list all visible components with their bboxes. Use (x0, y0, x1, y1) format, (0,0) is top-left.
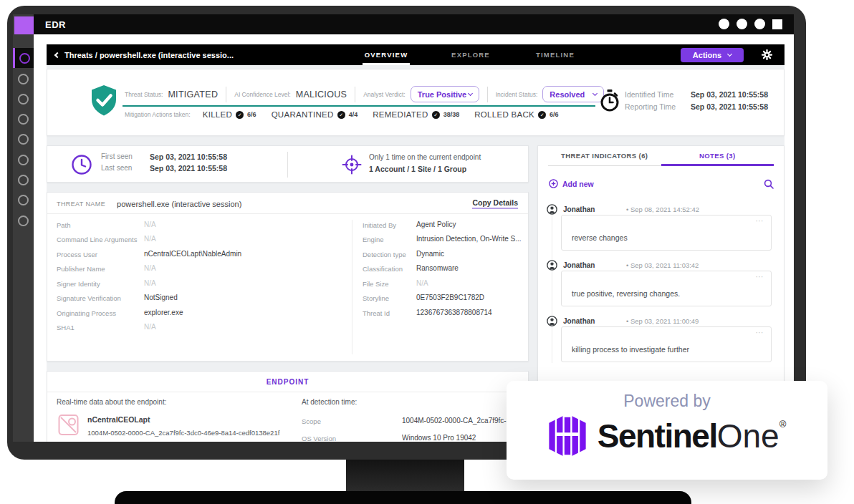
breadcrumb-label: Threats / powershell.exe (interactive se… (64, 51, 234, 59)
note-author: Jonathan (563, 205, 608, 213)
analyst-verdict-label: Analyst Verdict: (363, 91, 406, 98)
brand-row: SentinelOne® (507, 414, 827, 458)
note-item: ⋯ true positive, reversing changes. (561, 271, 772, 306)
incident-status-dropdown[interactable]: Resolved (542, 86, 604, 102)
sidebar-item[interactable] (13, 89, 34, 109)
note-author: Jonathan (563, 261, 608, 269)
back-chevron-icon (54, 52, 60, 58)
detail-label: Publisher Name (57, 265, 105, 273)
app-circle-icon (18, 215, 29, 226)
tab-notes[interactable]: NOTES (3) (661, 146, 774, 166)
mitigation-killed: KILLED ✓ 6/6 (203, 110, 256, 119)
analyst-verdict-value: True Positive (418, 90, 466, 99)
check-icon: ✓ (337, 111, 345, 119)
note-menu-icon[interactable]: ⋯ (756, 328, 765, 337)
os-label: OS Version (302, 435, 336, 442)
tab-timeline[interactable]: TIMELINE (513, 44, 598, 65)
divider (355, 87, 355, 102)
incident-status: Incident Status: Resolved (496, 86, 605, 102)
seen-card: First seen Sep 03, 2021 10:55:58 Last se… (47, 145, 529, 183)
window-controls (719, 19, 782, 29)
threat-name-value: powershell.exe (interactive session) (117, 200, 241, 208)
last-seen-label: Last seen (101, 164, 143, 173)
scope-summary: 1 Account / 1 Site / 1 Group (369, 165, 466, 173)
threat-status: Threat Status: MITIGATED (125, 89, 218, 100)
divider (47, 392, 528, 392)
note-header: Jonathan • Sep 08, 2021 14:52:42 (547, 204, 699, 215)
endpoint-id: 1004M-0502-0000-CA_2ca7f9fc-3dc0-46e9-8a… (87, 429, 279, 437)
mitigation-quarantined: QUARANTINED ✓ 4/4 (272, 110, 358, 119)
crosshair-icon (342, 154, 362, 178)
os-sidebar (13, 14, 34, 442)
note-menu-icon[interactable]: ⋯ (756, 272, 765, 281)
app-circle-icon (19, 53, 30, 64)
detail-value: N/A (416, 279, 428, 287)
first-seen-label: First seen (101, 152, 143, 161)
detail-value: Dynamic (416, 250, 444, 258)
divider (487, 87, 488, 102)
detection-times: Identified Time Sep 03, 2021 10:55:58 Re… (625, 90, 768, 111)
detail-label: Path (57, 221, 71, 229)
copy-details-link[interactable]: Copy Details (472, 198, 518, 209)
breadcrumb[interactable]: Threats / powershell.exe (interactive se… (55, 44, 234, 65)
status-row: Threat Status: MITIGATED AI Confidence L… (125, 86, 604, 102)
sidebar-item[interactable] (13, 129, 34, 149)
identified-time-value: Sep 03, 2021 10:55:58 (691, 90, 768, 99)
window-control-icon[interactable] (754, 19, 765, 29)
detail-label: Signature Verification (57, 294, 121, 302)
detail-label: Process User (57, 251, 97, 258)
detail-value: 0E7503F2B9C1782D (416, 294, 484, 301)
window-control-icon[interactable] (719, 19, 729, 29)
sidebar-item[interactable] (13, 190, 34, 210)
sidebar-item[interactable] (13, 170, 34, 190)
sidebar-item-active[interactable] (13, 48, 34, 68)
bullet-icon: • (626, 317, 628, 325)
threat-name-label: THREAT NAME (57, 200, 105, 208)
note-menu-icon[interactable]: ⋯ (756, 216, 765, 226)
actions-button[interactable]: Actions (681, 48, 744, 62)
detection-time-label: At detection time: (302, 398, 357, 406)
bullet-icon: • (626, 261, 628, 269)
endpoint-name: nCentralCEOLapt (87, 415, 150, 424)
add-new-button[interactable]: Add new (549, 179, 594, 188)
tab-threat-indicators[interactable]: THREAT INDICATORS (6) (548, 146, 661, 166)
endpoint-card: ENDPOINT Real-time data about the endpoi… (47, 371, 529, 442)
sidebar-item[interactable] (13, 210, 34, 231)
app-circle-icon (18, 94, 29, 105)
clock-icon (71, 154, 92, 178)
sidebar-logo[interactable] (14, 16, 34, 34)
first-seen-value: Sep 03, 2021 10:55:58 (150, 152, 227, 161)
reporting-time-label: Reporting Time (625, 102, 682, 111)
app-circle-icon (18, 195, 29, 205)
titlebar: EDR (34, 14, 794, 34)
add-icon (549, 179, 558, 188)
note-author: Jonathan (563, 317, 608, 325)
sidebar-item[interactable] (13, 150, 34, 170)
check-icon: ✓ (432, 111, 440, 119)
gear-icon[interactable] (762, 49, 772, 63)
tab-explore[interactable]: EXPLORE (428, 44, 513, 65)
seen-times: First seen Sep 03, 2021 10:55:58 Last se… (101, 152, 227, 173)
ai-confidence-value: MALICIOUS (296, 89, 347, 100)
window-maximize-icon[interactable] (772, 19, 782, 29)
window-control-icon[interactable] (737, 19, 747, 29)
detail-value: N/A (144, 235, 156, 243)
sidebar-item[interactable] (13, 109, 34, 129)
note-header: Jonathan • Sep 03, 2021 11:00:49 (547, 316, 699, 326)
check-icon: ✓ (538, 111, 546, 119)
chevron-down-icon (592, 90, 598, 95)
analyst-verdict-dropdown[interactable]: True Positive (411, 86, 479, 102)
analyst-verdict: Analyst Verdict: True Positive (363, 86, 479, 102)
monitor-stand-base (115, 491, 691, 504)
search-icon[interactable] (764, 179, 774, 192)
sidebar-item[interactable] (13, 69, 34, 89)
detail-value: Intrusion Detection, On-Write S... (416, 235, 522, 243)
detail-value: Ransomware (416, 264, 459, 272)
mitigated-shield-icon (89, 84, 119, 122)
notes-tabs: THREAT INDICATORS (6) NOTES (3) (538, 146, 784, 166)
tab-overview[interactable]: OVERVIEW (344, 44, 428, 65)
detail-value: N/A (144, 220, 156, 228)
mitigation-row: Mitigation Actions taken: KILLED ✓ 6/6 Q… (125, 110, 559, 119)
identified-time-label: Identified Time (625, 90, 682, 99)
avatar (547, 260, 557, 271)
